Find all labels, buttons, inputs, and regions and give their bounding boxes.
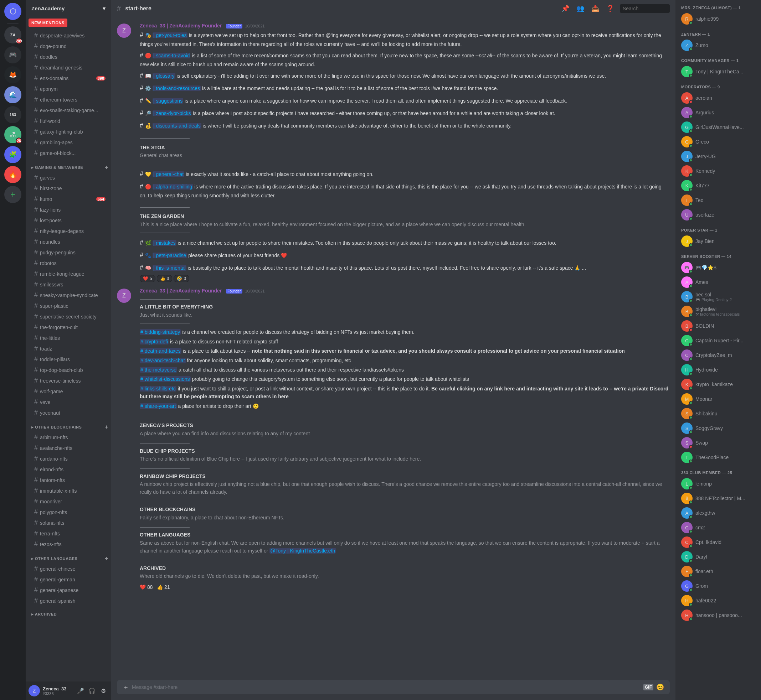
channel-link[interactable]: | discounts-and-deals — [153, 123, 201, 129]
server-name[interactable]: ZenAcademy ▾ — [26, 0, 111, 17]
channel-item-avalanche[interactable]: #avalanche-nfts — [28, 443, 108, 453]
reaction-lol[interactable]: 🤣3 — [174, 275, 189, 282]
channel-link[interactable]: # links-shills-etc — [140, 386, 177, 392]
channel-item-nifty-league[interactable]: #nifty-league-degens — [28, 226, 108, 236]
channel-link[interactable]: | tools-and-resources — [153, 86, 201, 91]
channel-item-general-german[interactable]: #general-german — [28, 574, 108, 584]
channel-link[interactable]: | mistakes — [153, 240, 177, 246]
member-shibakinu[interactable]: S Shibakinu — [678, 406, 758, 421]
member-hafe0022[interactable]: H hafe0022 — [678, 594, 758, 608]
user-mention[interactable]: @Tony | KingInTheCastle.eth — [269, 548, 336, 553]
member-zumo[interactable]: Z Zumo — [678, 38, 758, 52]
deafen-button[interactable]: 🎧 — [87, 686, 97, 696]
channel-link[interactable]: # whitelist-discussions — [140, 376, 191, 382]
channel-item-superlative[interactable]: #superlative-secret-society — [28, 311, 108, 322]
channel-item-pudgy-penguins[interactable]: #pudgy-penguins — [28, 247, 108, 258]
channel-link[interactable]: | scams-to-avoid — [153, 53, 190, 58]
member-alexgthw[interactable]: A alexgthw — [678, 506, 758, 520]
member-cryptolayzee[interactable]: C CryptolayZee_m — [678, 348, 758, 362]
search-input[interactable] — [620, 4, 670, 13]
channel-link[interactable]: | suggestions — [153, 98, 183, 104]
server-icon-1[interactable]: ZA 209 — [4, 27, 21, 44]
member-ralphie999[interactable]: R ralphie999 — [678, 12, 758, 26]
channel-link[interactable]: | alpha-no-shilling — [153, 184, 193, 189]
member-ames[interactable]: A Ames — [678, 275, 758, 289]
channel-link[interactable]: # the-metaverse — [140, 367, 177, 373]
channel-item-fantom[interactable]: #fantom-nfts — [28, 475, 108, 485]
settings-button[interactable]: ⚙ — [99, 686, 108, 696]
member-lemonp[interactable]: L lemonp — [678, 477, 758, 491]
channel-item-terra[interactable]: #terra-nfts — [28, 528, 108, 539]
server-icon-4[interactable]: 🌊 — [4, 86, 21, 103]
channel-item-elrond[interactable]: #elrond-nfts — [28, 464, 108, 475]
channel-link[interactable]: | general-chat — [153, 171, 184, 177]
channel-item-tezos[interactable]: #tezos-nfts — [28, 539, 108, 549]
channel-item-moonriver[interactable]: #moonriver — [28, 496, 108, 506]
channel-item-fluf-world[interactable]: #fluf-world — [28, 116, 108, 126]
pin-icon[interactable]: 📌 — [560, 3, 571, 14]
channel-link[interactable]: # death-and-taxes — [140, 348, 182, 354]
channel-item-gambling-apes[interactable]: #gambling-apes — [28, 137, 108, 147]
member-cpt-lkdavid[interactable]: C Cpt. lkdavid — [678, 535, 758, 549]
server-icon-2[interactable]: 🎮 — [4, 46, 21, 63]
channel-item-doodles[interactable]: #doodles — [28, 52, 108, 62]
channel-item-evo-snails[interactable]: #evo-snails-staking-game... — [28, 105, 108, 116]
member-boldin[interactable]: B BOLDIN — [678, 319, 758, 333]
channel-item-top-dog[interactable]: #top-dog-beach-club — [28, 365, 108, 375]
member-booster-1[interactable]: 🎮 🎮💎⭐$ — [678, 260, 758, 275]
channel-item-desperate-apewives[interactable]: #desperate-apewives — [28, 30, 108, 41]
gif-button[interactable]: GIF — [644, 684, 653, 691]
new-mentions-button[interactable]: NEW MENTIONS — [28, 19, 67, 27]
member-hydroxide[interactable]: H Hydroxide — [678, 362, 758, 377]
attach-icon[interactable]: ＋ — [123, 683, 129, 691]
member-888-nft[interactable]: 8 888 NFTcollector | M... — [678, 491, 758, 506]
member-jerry-ug[interactable]: J Jerry-UG — [678, 149, 758, 164]
member-greco[interactable]: G Greco — [678, 134, 758, 149]
server-icon-5[interactable]: 183 — [4, 106, 21, 123]
channel-item-galaxy-fighting-club[interactable]: #galaxy-fighting-club — [28, 127, 108, 137]
member-captain-rupert[interactable]: C Captain Rupert - Pir... — [678, 333, 758, 348]
add-channel-icon[interactable]: + — [105, 555, 108, 562]
channel-link[interactable]: | pets-paradise — [153, 253, 187, 258]
channel-link[interactable]: # crypto-defi — [140, 339, 169, 344]
channel-link[interactable]: # bidding-strategy — [140, 329, 181, 335]
channel-item-lazy-lions[interactable]: #lazy-lions — [28, 205, 108, 215]
server-icon-8[interactable]: 🔥 — [4, 166, 21, 183]
channel-link[interactable]: # dev-and-tech-chat — [140, 358, 186, 363]
channel-item-hirst-zone[interactable]: #hirst-zone — [28, 183, 108, 194]
channel-item-smilessvrs[interactable]: #smilessvrs — [28, 279, 108, 290]
add-channel-icon[interactable]: + — [105, 424, 108, 430]
channel-item-solana[interactable]: #solana-nfts — [28, 517, 108, 528]
member-hansooo[interactable]: H hansooo | pansooo... — [678, 608, 758, 622]
member-aeroian[interactable]: A aeroian — [678, 91, 758, 105]
category-gaming[interactable]: ▸ Gaming & Metaverse + — [26, 159, 111, 172]
channel-item-noundles[interactable]: #noundles — [28, 236, 108, 247]
member-swap[interactable]: S Swap — [678, 436, 758, 450]
server-icon-6[interactable]: 🏖 26 — [4, 126, 21, 143]
member-argurius[interactable]: A Argurius — [678, 105, 758, 120]
member-girljustwanna[interactable]: G GirlJustWannaHave... — [678, 120, 758, 134]
home-button[interactable]: ⬡ — [4, 3, 21, 20]
channel-item-the-littles[interactable]: #the-littles — [28, 333, 108, 343]
channel-item-ethereum-towers[interactable]: #ethereum-towers — [28, 94, 108, 105]
channel-link[interactable]: | glossary — [153, 73, 175, 79]
channel-item-the-forgotten-cult[interactable]: #the-forgotten-cult — [28, 322, 108, 332]
channel-item-garves[interactable]: #garves — [28, 172, 108, 183]
add-server-button[interactable]: + — [4, 186, 21, 203]
members-icon[interactable]: 👥 — [575, 3, 586, 14]
channel-item-toadz[interactable]: #toadz — [28, 344, 108, 354]
member-moonar[interactable]: M Moonar — [678, 392, 758, 406]
channel-item-robotos[interactable]: #robotos — [28, 258, 108, 268]
channel-item-immutable-x[interactable]: #immutable-x-nfts — [28, 486, 108, 496]
reaction-thumbsup[interactable]: 👍3 — [157, 275, 172, 282]
channel-item-lost-poets[interactable]: #lost-poets — [28, 215, 108, 225]
member-krypto-kamikaze[interactable]: K krypto_kamikaze — [678, 377, 758, 392]
inbox-icon[interactable]: 📥 — [590, 3, 601, 14]
mute-button[interactable]: 🎤 — [75, 686, 86, 696]
channel-item-yoconaut[interactable]: #yoconaut — [28, 408, 108, 418]
category-other-languages[interactable]: ▸ OTHER LANGUAGES + — [26, 550, 111, 563]
channel-item-super-plastic[interactable]: #super-plastic — [28, 301, 108, 311]
member-kennedy[interactable]: K Kennedy — [678, 164, 758, 178]
channel-item-doge-pound[interactable]: #doge-pound — [28, 41, 108, 51]
channel-item-general-chinese[interactable]: #general-chinese — [28, 564, 108, 574]
